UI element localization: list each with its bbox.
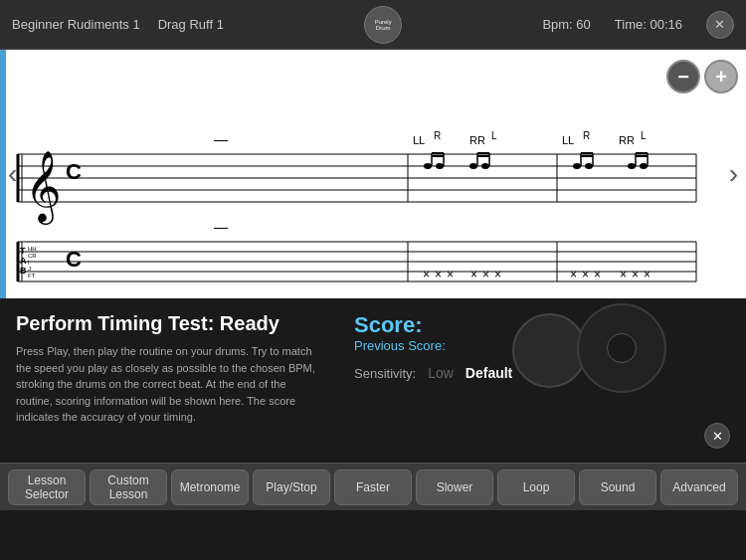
svg-text:R: R [583, 130, 590, 141]
svg-text:—: — [214, 131, 228, 147]
svg-text:T: T [20, 246, 26, 256]
app-logo: Purely Drum [364, 6, 402, 44]
svg-point-53 [573, 163, 581, 169]
top-close-button[interactable]: ✕ [706, 11, 734, 39]
svg-point-47 [469, 163, 477, 169]
svg-text:C: C [66, 159, 82, 184]
lesson-title: Beginner Rudiments 1 [12, 17, 140, 32]
advanced-button[interactable]: Advanced [660, 469, 738, 505]
faster-button[interactable]: Faster [334, 469, 412, 505]
sheet-music-area: − + 𝄞 C T A B HH CR I J FT [0, 50, 746, 298]
svg-text:×: × [423, 268, 430, 281]
svg-text:𝄞: 𝄞 [25, 151, 62, 226]
sensitivity-low[interactable]: Low [428, 365, 454, 381]
exercise-title: Drag Ruff 1 [158, 17, 224, 32]
logo-text: Purely Drum [375, 19, 392, 31]
svg-text:LL: LL [562, 134, 574, 146]
svg-text:CR: CR [28, 253, 37, 259]
loop-button[interactable]: Loop [497, 469, 575, 505]
svg-text:C: C [66, 247, 82, 272]
svg-text:×: × [447, 268, 454, 281]
svg-text:B: B [20, 266, 27, 276]
metronome-button[interactable]: Metronome [171, 469, 249, 505]
svg-point-54 [585, 163, 593, 169]
custom-lesson-button[interactable]: Custom Lesson [90, 469, 167, 505]
svg-text:×: × [632, 268, 639, 281]
svg-text:×: × [494, 268, 501, 281]
svg-text:×: × [570, 268, 577, 281]
svg-text:×: × [644, 268, 651, 281]
top-left-info: Beginner Rudiments 1 Drag Ruff 1 [12, 17, 224, 32]
timing-test-description: Press Play, then play the routine on you… [16, 343, 324, 426]
svg-point-42 [436, 163, 444, 169]
lesson-selector-button[interactable]: Lesson Selector [8, 469, 86, 505]
info-area: Perform Timing Test: Ready Press Play, t… [0, 298, 746, 463]
svg-point-41 [424, 163, 432, 169]
timing-test-title: Perform Timing Test: Ready [16, 312, 324, 335]
info-left-panel: Perform Timing Test: Ready Press Play, t… [16, 312, 324, 453]
close-icon: ✕ [714, 17, 725, 32]
slower-button[interactable]: Slower [416, 469, 493, 505]
svg-text:×: × [582, 268, 589, 281]
svg-point-60 [640, 163, 648, 169]
svg-text:—: — [214, 219, 228, 235]
svg-text:RR: RR [619, 134, 635, 146]
close-bottom-icon: ✕ [712, 429, 723, 444]
sound-button[interactable]: Sound [579, 469, 656, 505]
svg-text:×: × [435, 268, 442, 281]
top-right-info: Bpm: 60 Time: 00:16 ✕ [542, 11, 734, 39]
svg-text:HH: HH [28, 246, 37, 252]
sensitivity-default[interactable]: Default [466, 365, 512, 381]
svg-text:R: R [434, 130, 441, 141]
toolbar: Lesson Selector Custom Lesson Metronome … [0, 463, 746, 510]
svg-point-59 [628, 163, 636, 169]
svg-text:FT: FT [28, 273, 36, 279]
svg-text:J: J [28, 266, 31, 272]
sensitivity-label: Sensitivity: [354, 366, 416, 381]
nav-right-button[interactable]: › [725, 158, 742, 190]
svg-text:LL: LL [413, 134, 425, 146]
play-stop-button[interactable]: Play/Stop [253, 469, 330, 505]
svg-text:×: × [482, 268, 489, 281]
svg-text:L: L [641, 130, 647, 141]
time-display: Time: 00:16 [615, 17, 682, 32]
bpm-display: Bpm: 60 [542, 17, 590, 32]
close-bottom-button[interactable]: ✕ [704, 423, 730, 449]
svg-text:L: L [491, 130, 497, 141]
svg-text:×: × [594, 268, 601, 281]
svg-point-48 [481, 163, 489, 169]
sheet-svg: 𝄞 C T A B HH CR I J FT C — LL R RR L LL [0, 50, 746, 298]
svg-text:RR: RR [469, 134, 485, 146]
svg-text:×: × [620, 268, 627, 281]
nav-left-button[interactable]: ‹ [4, 158, 21, 190]
top-bar: Beginner Rudiments 1 Drag Ruff 1 Purely … [0, 0, 746, 50]
svg-text:×: × [470, 268, 477, 281]
svg-text:A: A [20, 256, 27, 266]
